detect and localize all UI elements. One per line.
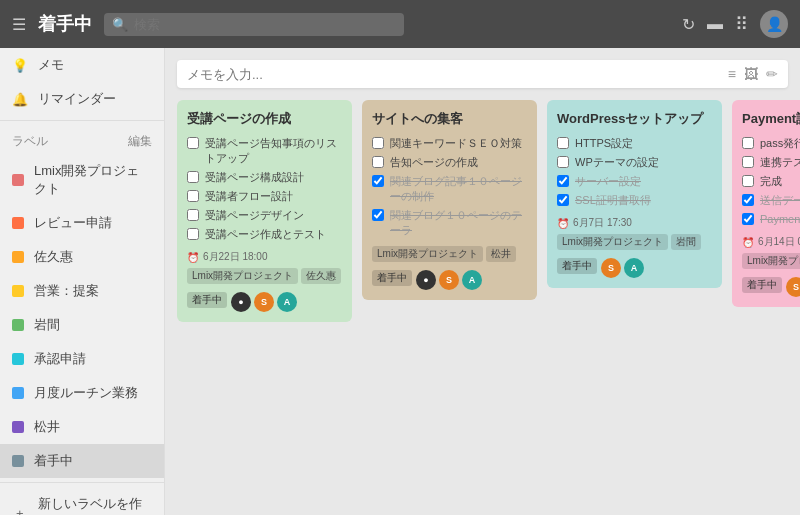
card-tags: Lmix開発プロジェクト 佐久惠	[187, 268, 342, 284]
tag[interactable]: Lmix開発プロジェクト	[187, 268, 298, 284]
sidebar-item-memo[interactable]: 💡 メモ	[0, 48, 164, 82]
check-item-text: 受講ページ作成とテスト	[205, 227, 326, 242]
tag[interactable]: 佐久惠	[301, 268, 341, 284]
checkbox[interactable]	[557, 175, 569, 187]
sidebar-item-lmix[interactable]: Lmix開発プロジェクト	[0, 154, 164, 206]
list-icon[interactable]: ≡	[728, 66, 736, 82]
card-avatars: ● S A	[231, 292, 297, 312]
header: ☰ 着手中 🔍 ↻ ▬ ⠿ 👤	[0, 0, 800, 48]
matsui-color-dot	[12, 421, 24, 433]
card-footer: ⏰ 6月7日 17:30 Lmix開発プロジェクト 岩間 着手中 S A	[557, 216, 712, 278]
check-item: 受講ページ告知事項のリストアップ	[187, 136, 342, 166]
card-payment-title: Payment設定	[742, 110, 800, 128]
check-item-text: WPテーマの設定	[575, 155, 659, 170]
checkbox[interactable]	[557, 194, 569, 206]
sidebar-item-sasahima[interactable]: 佐久惠	[0, 240, 164, 274]
checkbox[interactable]	[187, 190, 199, 202]
search-bar[interactable]: 🔍	[104, 13, 404, 36]
refresh-icon[interactable]: ↻	[682, 15, 695, 34]
check-item-text: 関連ブログ１０ページのテーラ	[390, 208, 527, 238]
checkbox[interactable]	[742, 156, 754, 168]
sidebar-item-monthly[interactable]: 月度ルーチン業務	[0, 376, 164, 410]
sidebar-item-label-memo: メモ	[38, 56, 64, 74]
checkbox[interactable]	[187, 209, 199, 221]
tag[interactable]: 松井	[486, 246, 516, 262]
search-input[interactable]	[134, 17, 396, 32]
check-item: 受講ページデザイン	[187, 208, 342, 223]
avatar: A	[624, 258, 644, 278]
sidebar-item-in-progress[interactable]: 着手中	[0, 444, 164, 478]
sasahima-label: 佐久惠	[34, 248, 73, 266]
card-shu-kyaku: サイトへの集客 関連キーワードＳＥＯ対策 告知ページの作成 関連ブログ記事１０ペ…	[362, 100, 537, 300]
sidebar-item-review[interactable]: レビュー申請	[0, 206, 164, 240]
status-badge[interactable]: 着手中	[557, 258, 597, 274]
image-icon[interactable]: 🖼	[744, 66, 758, 82]
avatar: S	[601, 258, 621, 278]
checkbox[interactable]	[742, 137, 754, 149]
menu-icon[interactable]: ☰	[12, 15, 26, 34]
checkbox[interactable]	[742, 194, 754, 206]
note-input[interactable]	[187, 67, 720, 82]
checkbox[interactable]	[557, 156, 569, 168]
card-avatars: S A	[786, 277, 800, 297]
review-color-dot	[12, 217, 24, 229]
check-item-text: 受講者フロー設計	[205, 189, 293, 204]
sidebar-item-create-label[interactable]: + 新しいラベルを作成	[0, 487, 164, 515]
date-text: 6月7日 17:30	[573, 216, 632, 230]
checkbox[interactable]	[742, 175, 754, 187]
monthly-label: 月度ルーチン業務	[34, 384, 138, 402]
checkbox[interactable]	[557, 137, 569, 149]
checkbox[interactable]	[742, 213, 754, 225]
check-item: 受講ページ作成とテスト	[187, 227, 342, 242]
check-item: SSL証明書取得	[557, 193, 712, 208]
avatar: S	[254, 292, 274, 312]
clock-icon: ⏰	[187, 252, 199, 263]
check-item: 関連キーワードＳＥＯ対策	[372, 136, 527, 151]
check-item: 完成	[742, 174, 800, 189]
card-footer: ⏰ 6月14日 0:00 Lmix開発プロジェクト 岩間 着手中 S A	[742, 235, 800, 297]
tag[interactable]: Lmix開発プロジェクト	[372, 246, 483, 262]
sidebar-item-approval[interactable]: 承認申請	[0, 342, 164, 376]
sidebar-item-sales[interactable]: 営業：提案	[0, 274, 164, 308]
clock-icon: ⏰	[742, 237, 754, 248]
sidebar-divider-2	[0, 482, 164, 483]
checkbox[interactable]	[187, 228, 199, 240]
edit-labels-link[interactable]: 編集	[128, 133, 152, 150]
checkbox[interactable]	[372, 175, 384, 187]
checkbox[interactable]	[372, 156, 384, 168]
tag[interactable]: Lmix開発プロジェクト	[557, 234, 668, 250]
sidebar-divider	[0, 120, 164, 121]
clock-icon: ⏰	[557, 218, 569, 229]
header-right: ↻ ▬ ⠿ 👤	[682, 10, 788, 38]
card-avatars: S A	[601, 258, 644, 278]
layout: 💡 メモ 🔔 リマインダー ラベル 編集 Lmix開発プロジェクト レビュー申請…	[0, 48, 800, 515]
avatar: S	[786, 277, 800, 297]
sidebar-item-matsui[interactable]: 松井	[0, 410, 164, 444]
check-item-text: pass発行連携	[760, 136, 800, 151]
check-item: WPテーマの設定	[557, 155, 712, 170]
checkbox[interactable]	[372, 209, 384, 221]
check-item-text: 送信データ構造設計	[760, 193, 800, 208]
in-progress-label: 着手中	[34, 452, 73, 470]
checkbox[interactable]	[187, 171, 199, 183]
check-item-text: 完成	[760, 174, 782, 189]
card-date: ⏰ 6月14日 0:00	[742, 235, 800, 249]
pen-icon[interactable]: ✏	[766, 66, 778, 82]
avatar: ●	[416, 270, 436, 290]
tag[interactable]: Lmix開発プロジェクト	[742, 253, 800, 269]
sales-label: 営業：提案	[34, 282, 99, 300]
sidebar-item-reminder[interactable]: 🔔 リマインダー	[0, 82, 164, 116]
window-icon[interactable]: ▬	[707, 15, 723, 33]
tag[interactable]: 岩間	[671, 234, 701, 250]
avatar: S	[439, 270, 459, 290]
checkbox[interactable]	[187, 137, 199, 149]
sidebar-item-iwama[interactable]: 岩間	[0, 308, 164, 342]
status-badge[interactable]: 着手中	[372, 270, 412, 286]
status-badge[interactable]: 着手中	[742, 277, 782, 293]
user-avatar[interactable]: 👤	[760, 10, 788, 38]
grid-icon[interactable]: ⠿	[735, 13, 748, 35]
status-badge[interactable]: 着手中	[187, 292, 227, 308]
check-item-text: 受講ページ構成設計	[205, 170, 304, 185]
checkbox[interactable]	[372, 137, 384, 149]
in-progress-color-dot	[12, 455, 24, 467]
